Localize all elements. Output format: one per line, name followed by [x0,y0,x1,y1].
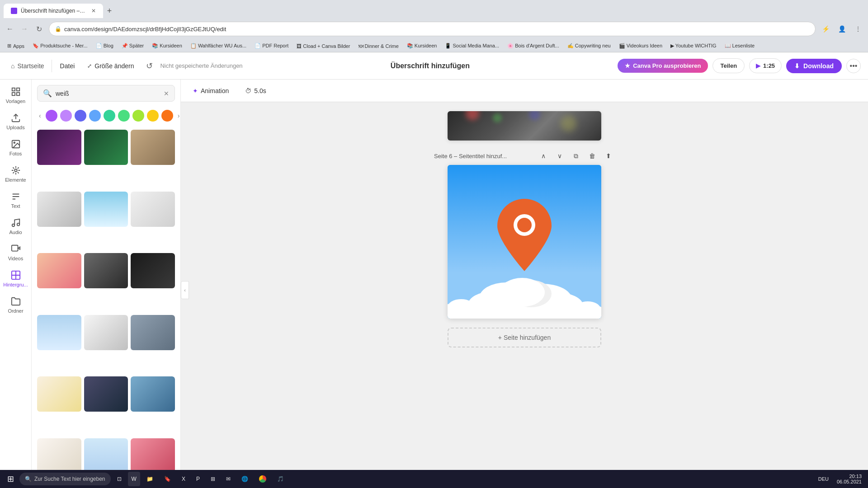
reload-button[interactable]: ↻ [33,23,45,35]
color-swatch-purple[interactable] [46,110,57,122]
sys-tray-language[interactable]: DEU [816,475,831,483]
share-button[interactable]: Teilen [712,58,745,73]
new-tab-button[interactable]: + [103,5,116,17]
add-page-button[interactable]: + Seite hinzufügen [448,328,601,347]
image-thumb-1[interactable] [37,130,81,189]
page6-duplicate-button[interactable]: ⧉ [570,150,582,162]
duration-button[interactable]: ⏱ 5.0s [241,84,270,97]
active-tab[interactable]: Überschrift hinzufügen – Logo ✕ [4,4,103,18]
color-arrow-right[interactable]: › [176,110,181,121]
image-thumb-12[interactable] [131,315,175,374]
taskbar-app-word[interactable]: W [128,472,140,486]
color-swatch-light-purple[interactable] [60,110,72,122]
bookmark-lesenliste[interactable]: 📖 Lesenliste [721,42,759,50]
sidebar-item-videos[interactable]: Videos [0,240,31,265]
bookmark-bois[interactable]: 🌸 Bois d'Argent Duft... [504,42,563,50]
extensions-button[interactable]: ⚡ [819,23,832,35]
sidebar-item-hintergruende[interactable]: Hintergru... [0,267,31,291]
taskbar-app-explorer[interactable]: 📁 [142,472,158,486]
image-thumb-5[interactable] [84,192,128,251]
taskbar-app-ppt[interactable]: P [192,472,204,486]
address-bar[interactable]: 🔒 canva.com/design/DAEdomzscjl/drBfjHdCo… [49,22,816,36]
bookmark-youtube[interactable]: ▶ Youtube WICHTIG [667,42,720,50]
color-swatch-yellow-green[interactable] [132,110,144,122]
image-thumb-9[interactable] [131,253,175,312]
taskbar-app-excel[interactable]: X [177,472,190,486]
taskbar-app-windows[interactable]: ⊞ [206,472,220,486]
taskbar-app-spotify[interactable]: 🎵 [273,472,288,486]
taskbar-app-email[interactable]: ✉ [222,472,235,486]
clear-search-button[interactable]: ✕ [164,90,169,97]
undo-button[interactable]: ↺ [142,59,156,73]
sidebar-item-elemente[interactable]: Elemente [0,162,31,186]
sidebar-item-uploads[interactable]: Uploads [0,109,31,134]
image-thumb-11[interactable] [84,315,128,374]
bookmark-blog[interactable]: 📄 Blog [92,42,117,50]
sidebar-item-text[interactable]: Text [0,188,31,212]
image-thumb-3[interactable] [131,130,175,189]
browser-menu-button[interactable]: ⋮ [852,23,864,35]
bookmark-cload[interactable]: 🖼 Cload + Canva Bilder [293,42,354,50]
bookmark-produktsuche[interactable]: 🔖 Produktsuche - Mer... [29,42,91,50]
color-swatch-blue[interactable] [89,110,101,122]
resize-button[interactable]: ⤢ Größe ändern [83,60,138,72]
bookmark-kursideen1[interactable]: 📚 Kursideen [148,42,186,50]
bookmark-videokurs[interactable]: 🎬 Videokurs Ideen [615,42,666,50]
page6-share-button[interactable]: ⬆ [602,150,615,162]
page6-up-button[interactable]: ∧ [537,150,550,162]
taskbar-app-chrome[interactable] [255,472,271,486]
image-thumb-14[interactable] [84,376,128,436]
search-input-wrapper[interactable]: 🔍 ✕ [37,85,175,102]
color-swatch-indigo[interactable] [75,110,86,122]
image-thumb-4[interactable] [37,192,81,251]
file-menu-button[interactable]: Datei [56,60,80,72]
tab-bar: Überschrift hinzufügen – Logo ✕ + [0,0,868,18]
image-thumb-10[interactable] [37,315,81,374]
profile-button[interactable]: 👤 [835,23,848,35]
taskbar-search[interactable]: 🔍 Zur Suche Text hier eingeben [19,473,111,485]
image-thumb-6[interactable] [131,192,175,251]
image-thumb-2[interactable] [84,130,128,189]
collapse-sidebar-button[interactable]: ‹ [181,281,189,299]
sidebar-item-ordner[interactable]: Ordner [0,293,31,317]
bookmark-pdf[interactable]: 📄 PDF Report [251,42,292,50]
color-swatch-teal[interactable] [104,110,115,122]
bookmark-kursideen2[interactable]: 📚 Kursideen [403,42,441,50]
color-swatch-orange[interactable] [161,110,173,122]
search-input[interactable] [56,90,160,97]
page6-down-button[interactable]: ∨ [553,150,566,162]
close-tab-button[interactable]: ✕ [91,8,96,14]
animation-button[interactable]: ✦ Animation [188,84,233,97]
download-button[interactable]: ⬇ Download [786,59,842,73]
image-thumb-15[interactable] [131,376,175,436]
sys-tray-time[interactable]: 20:13 06.05.2021 [834,473,864,485]
bookmark-wahlfaecher[interactable]: 📋 Wahlfächer WU Aus... [187,42,250,50]
page6-canvas[interactable] [448,165,601,319]
image-thumb-8[interactable] [84,253,128,312]
taskbar-app-3[interactable]: 🔖 [160,472,175,486]
bookmark-spaeter[interactable]: 📌 Später [118,42,147,50]
more-options-button[interactable]: ••• [846,59,861,73]
sidebar-item-fotos[interactable]: Fotos [0,136,31,160]
bookmark-copywriting[interactable]: ✍ Copywriting neu [564,42,614,50]
canvas-scroll[interactable]: Seite 6 – Seitentitel hinzuf... ∧ ∨ ⧉ 🗑 … [181,102,868,470]
bookmark-dinner[interactable]: 🍽 Dinner & Crime [355,42,402,50]
sidebar-item-vorlagen[interactable]: Vorlagen [0,83,31,108]
play-button[interactable]: ▶ 1:25 [749,58,782,73]
image-thumb-13[interactable] [37,376,81,436]
start-button[interactable]: ⊞ [4,472,18,486]
taskbar-app-browser[interactable]: 🌐 [237,472,253,486]
bookmark-apps[interactable]: ⊞ Apps [4,42,28,50]
image-thumb-7[interactable] [37,253,81,312]
color-swatch-yellow[interactable] [147,110,159,122]
forward-button[interactable]: → [18,23,31,35]
color-arrow-left[interactable]: ‹ [37,110,43,121]
canva-pro-button[interactable]: ★ Canva Pro ausprobieren [618,59,708,73]
back-button[interactable]: ← [4,23,16,35]
color-swatch-green[interactable] [118,110,130,122]
home-button[interactable]: ⌂ Startseite [7,61,48,71]
sidebar-item-audio[interactable]: Audio [0,214,31,239]
page6-delete-button[interactable]: 🗑 [586,150,599,162]
taskbar-task-view[interactable]: ⊡ [113,472,126,486]
bookmark-social[interactable]: 📱 Social Media Mana... [441,42,503,50]
